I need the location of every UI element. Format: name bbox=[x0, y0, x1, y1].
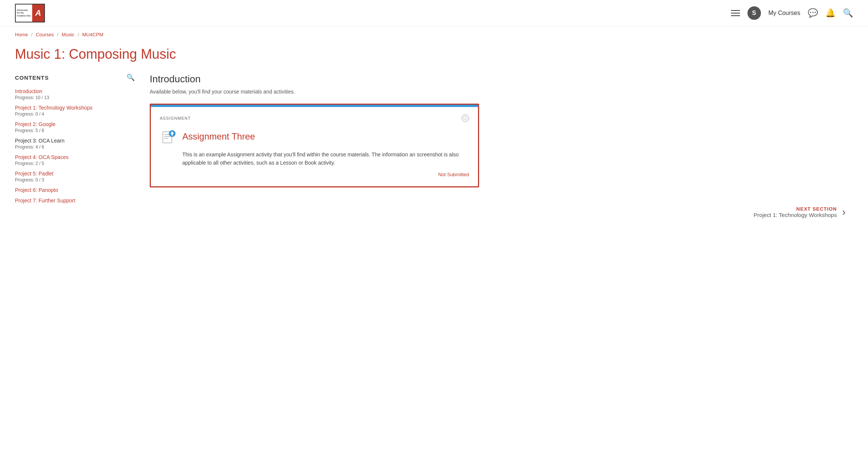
contents-title: CONTENTS bbox=[15, 74, 49, 81]
sidebar-link-project7[interactable]: Project 7: Further Support bbox=[15, 198, 135, 204]
sidebar-link-project1[interactable]: Project 1: Technology Workshops bbox=[15, 105, 135, 111]
logo-text: University for the Creative Arts bbox=[16, 4, 32, 22]
sidebar-progress-introduction: Progress: 10 / 13 bbox=[15, 95, 135, 100]
search-icon[interactable]: 🔍 bbox=[843, 8, 853, 18]
sidebar-search-icon[interactable]: 🔍 bbox=[127, 73, 135, 82]
sidebar-item-project3: Project 3: OCA Learn Progress: 4 / 6 bbox=[15, 138, 135, 150]
header-right: S My Courses 💬 🔔 🔍 bbox=[731, 6, 853, 20]
next-chevron-icon[interactable]: › bbox=[842, 206, 846, 218]
info-icon[interactable]: ⓘ bbox=[462, 114, 469, 122]
avatar[interactable]: S bbox=[747, 6, 761, 20]
next-section-label: NEXT SECTION bbox=[754, 206, 837, 212]
breadcrumb-music[interactable]: Music bbox=[62, 32, 74, 37]
sidebar-progress-project3: Progress: 4 / 6 bbox=[15, 144, 135, 150]
sidebar-header: CONTENTS 🔍 bbox=[15, 73, 135, 82]
sidebar-link-project4[interactable]: Project 4: OCA Spaces bbox=[15, 154, 135, 160]
logo[interactable]: University for the Creative Arts A bbox=[15, 4, 45, 22]
card-body: ASSIGNMENT ⓘ bbox=[151, 107, 478, 186]
assignment-card: ASSIGNMENT ⓘ bbox=[150, 104, 479, 187]
card-label-row: ASSIGNMENT ⓘ bbox=[160, 114, 469, 122]
sidebar-link-project2[interactable]: Project 2: Google bbox=[15, 121, 135, 127]
sidebar-link-project6[interactable]: Project 6: Panopto bbox=[15, 187, 135, 193]
sidebar-link-project3[interactable]: Project 3: OCA Learn bbox=[15, 138, 135, 144]
sidebar-item-project5: Project 5: Padlet Progress: 0 / 3 bbox=[15, 171, 135, 183]
card-description: This is an example Assignment activity t… bbox=[182, 150, 469, 167]
breadcrumb-mu4cpm[interactable]: MU4CPM bbox=[82, 32, 103, 37]
sidebar-progress-project5: Progress: 0 / 3 bbox=[15, 177, 135, 183]
breadcrumb-courses[interactable]: Courses bbox=[36, 32, 54, 37]
assignment-label: ASSIGNMENT bbox=[160, 116, 191, 120]
sidebar-progress-project4: Progress: 2 / 5 bbox=[15, 161, 135, 166]
hamburger-menu[interactable] bbox=[731, 10, 740, 16]
card-status: Not Submitted bbox=[160, 172, 469, 177]
header-left: University for the Creative Arts A bbox=[15, 4, 45, 22]
section-title: Introduction bbox=[150, 73, 853, 85]
assignment-icon bbox=[160, 128, 177, 145]
breadcrumb-sep-2: / bbox=[57, 32, 60, 37]
sidebar-item-project2: Project 2: Google Progress: 5 / 8 bbox=[15, 121, 135, 133]
sidebar-item-project6: Project 6: Panopto bbox=[15, 187, 135, 193]
sidebar-item-project1: Project 1: Technology Workshops Progress… bbox=[15, 105, 135, 117]
page-title: Music 1: Composing Music bbox=[0, 43, 868, 73]
next-section: NEXT SECTION Project 1: Technology Works… bbox=[150, 206, 853, 218]
main-layout: CONTENTS 🔍 Introduction Progress: 10 / 1… bbox=[0, 73, 868, 218]
sidebar-link-introduction[interactable]: Introduction bbox=[15, 88, 135, 94]
sidebar: CONTENTS 🔍 Introduction Progress: 10 / 1… bbox=[15, 73, 135, 218]
content-area: Introduction Available below, you'll fin… bbox=[150, 73, 853, 218]
sidebar-item-project4: Project 4: OCA Spaces Progress: 2 / 5 bbox=[15, 154, 135, 166]
section-subtitle: Available below, you'll find your course… bbox=[150, 89, 853, 95]
chat-icon[interactable]: 💬 bbox=[808, 8, 818, 18]
next-section-text: NEXT SECTION Project 1: Technology Works… bbox=[754, 206, 837, 218]
breadcrumb-home[interactable]: Home bbox=[15, 32, 28, 37]
breadcrumb: Home / Courses / Music / MU4CPM bbox=[0, 27, 868, 43]
sidebar-link-project5[interactable]: Project 5: Padlet bbox=[15, 171, 135, 177]
card-title-row: Assignment Three bbox=[160, 128, 469, 145]
next-section-name: Project 1: Technology Workshops bbox=[754, 212, 837, 218]
sidebar-item-project7: Project 7: Further Support bbox=[15, 198, 135, 204]
logo-letter: A bbox=[32, 4, 44, 22]
breadcrumb-sep-3: / bbox=[77, 32, 80, 37]
sidebar-progress-project1: Progress: 0 / 4 bbox=[15, 111, 135, 117]
assignment-title[interactable]: Assignment Three bbox=[182, 131, 255, 142]
bell-icon[interactable]: 🔔 bbox=[825, 8, 835, 18]
sidebar-item-introduction: Introduction Progress: 10 / 13 bbox=[15, 88, 135, 100]
breadcrumb-sep-1: / bbox=[31, 32, 34, 37]
sidebar-progress-project2: Progress: 5 / 8 bbox=[15, 128, 135, 133]
header: University for the Creative Arts A S My … bbox=[0, 0, 868, 27]
my-courses-label[interactable]: My Courses bbox=[768, 10, 800, 16]
